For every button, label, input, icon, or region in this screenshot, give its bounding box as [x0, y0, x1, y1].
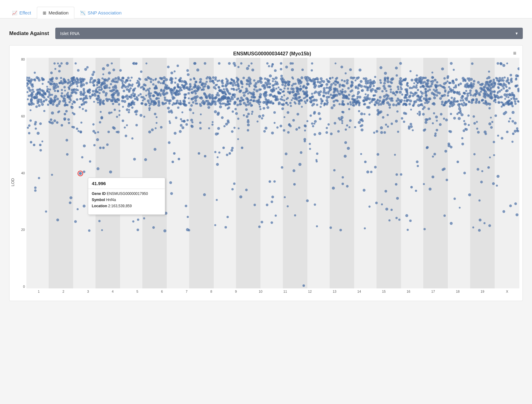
svg-point-449	[348, 126, 350, 128]
svg-point-2283	[179, 103, 182, 105]
svg-point-1509	[319, 90, 322, 93]
svg-point-2263	[245, 104, 248, 106]
svg-point-1486	[340, 116, 343, 119]
svg-point-2135	[344, 141, 347, 144]
svg-point-1365	[57, 111, 59, 113]
svg-point-279	[242, 77, 245, 79]
svg-point-1228	[92, 71, 95, 73]
svg-point-2208	[475, 95, 476, 97]
svg-point-2344	[38, 91, 41, 94]
svg-point-1259	[193, 77, 195, 79]
mediate-against-row: Mediate Against Islet RNA Liver RNA Adip…	[9, 28, 523, 39]
svg-point-2326	[281, 107, 284, 110]
svg-point-1958	[406, 99, 408, 101]
svg-point-2357	[104, 78, 107, 81]
mediate-against-label: Mediate Against	[9, 30, 49, 37]
svg-point-2207	[480, 91, 482, 93]
svg-point-2339	[193, 86, 195, 89]
svg-point-1464	[503, 210, 505, 213]
svg-point-108	[447, 94, 449, 97]
svg-point-1270	[298, 102, 300, 105]
svg-point-1886	[179, 130, 182, 133]
svg-point-751	[349, 68, 352, 71]
svg-point-2354	[369, 79, 372, 81]
tab-effect[interactable]: 📈 Effect	[6, 7, 37, 18]
x-tick-7: 7	[174, 290, 199, 293]
svg-point-769	[57, 90, 59, 92]
svg-point-2356	[284, 116, 285, 118]
svg-point-1261	[358, 77, 360, 79]
chart-inner: 0 20 40 60 80	[16, 58, 519, 298]
svg-point-81	[400, 173, 402, 176]
svg-point-1335	[420, 90, 422, 93]
svg-point-1997	[92, 79, 96, 82]
svg-point-2533	[204, 155, 206, 157]
svg-point-2161	[508, 121, 510, 123]
svg-rect-4	[120, 58, 142, 288]
svg-point-1000	[114, 77, 117, 80]
svg-point-1485	[175, 117, 178, 119]
svg-point-1746	[395, 217, 397, 219]
svg-point-363	[292, 119, 295, 122]
svg-point-2447	[515, 213, 518, 216]
svg-point-2460	[456, 91, 459, 94]
svg-point-2314	[373, 80, 375, 82]
svg-point-2273	[65, 81, 67, 83]
svg-point-1482	[278, 101, 281, 105]
x-tick-16: 16	[396, 290, 421, 293]
svg-point-2153	[447, 75, 449, 78]
svg-point-1841	[409, 86, 412, 89]
svg-point-2231	[464, 128, 467, 130]
svg-point-1579	[517, 100, 519, 102]
svg-point-1898	[458, 84, 460, 85]
svg-point-657	[505, 90, 507, 92]
svg-point-2455	[480, 83, 483, 86]
svg-point-1703	[99, 121, 101, 124]
svg-point-1026	[253, 204, 256, 206]
svg-point-788	[301, 69, 304, 71]
svg-point-2382	[30, 103, 33, 106]
svg-point-1560	[66, 153, 68, 156]
svg-point-1653	[42, 83, 44, 85]
chart-menu-icon[interactable]: ≡	[513, 50, 516, 57]
svg-point-2221	[311, 80, 314, 82]
svg-point-2017	[233, 62, 236, 65]
svg-point-2172	[144, 84, 147, 86]
svg-point-2380	[424, 77, 427, 79]
svg-point-2472	[409, 220, 412, 222]
svg-point-1775	[333, 82, 335, 84]
svg-point-1729	[114, 91, 117, 94]
svg-point-2461	[179, 77, 182, 80]
tab-snp-label: SNP Association	[88, 10, 122, 15]
svg-point-2451	[463, 92, 466, 95]
svg-point-1806	[397, 131, 399, 133]
tab-snp-association[interactable]: 📉 SNP Association	[74, 7, 127, 18]
svg-point-1594	[237, 104, 239, 106]
svg-point-2350	[186, 123, 188, 126]
svg-point-1174	[182, 126, 184, 129]
svg-point-1258	[232, 110, 234, 113]
svg-point-2524	[65, 110, 68, 113]
svg-point-2387	[314, 91, 317, 94]
svg-point-1395	[27, 98, 29, 100]
svg-point-1216	[112, 103, 114, 105]
svg-point-730	[167, 66, 170, 69]
svg-point-1104	[316, 225, 318, 228]
svg-point-1681	[295, 98, 298, 101]
svg-point-1755	[453, 87, 455, 89]
tab-mediation[interactable]: ⊞ Mediation	[37, 7, 74, 18]
svg-point-2450	[514, 100, 516, 103]
plot-area: 0 20 40 60 80	[16, 58, 519, 298]
svg-point-1698	[49, 89, 51, 91]
svg-point-2164	[422, 85, 425, 88]
mediate-against-select[interactable]: Islet RNA Liver RNA Adipose RNA	[55, 28, 523, 39]
svg-point-1706	[428, 108, 430, 110]
svg-point-1686	[383, 131, 386, 134]
svg-point-2235	[410, 109, 412, 111]
svg-point-208	[348, 94, 350, 96]
svg-point-2337	[357, 101, 359, 103]
svg-point-2171	[304, 76, 307, 79]
svg-point-109	[196, 69, 199, 72]
svg-point-2257	[68, 81, 71, 84]
svg-point-590	[456, 113, 459, 115]
